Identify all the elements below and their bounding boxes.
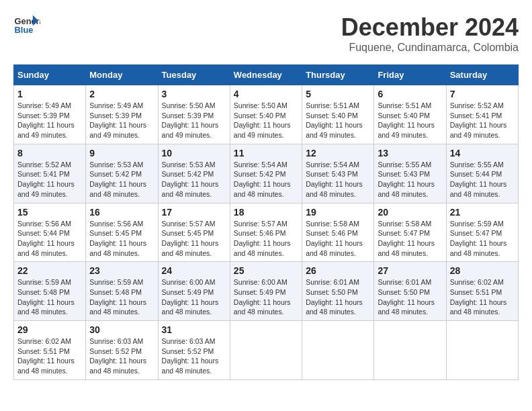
day-number: 20 — [378, 207, 442, 218]
logo: General Blue — [13, 13, 43, 38]
day-number: 22 — [17, 265, 82, 276]
day-number: 29 — [17, 324, 82, 335]
col-friday: Friday — [374, 65, 446, 85]
table-cell — [230, 321, 302, 380]
day-info: Sunrise: 5:58 AM Sunset: 5:46 PM Dayligh… — [306, 219, 370, 259]
calendar-table: Sunday Monday Tuesday Wednesday Thursday… — [13, 64, 519, 380]
col-monday: Monday — [86, 65, 158, 85]
day-info: Sunrise: 5:59 AM Sunset: 5:48 PM Dayligh… — [89, 277, 154, 317]
table-cell — [374, 321, 446, 380]
title-section: December 2024 Fuquene, Cundinamarca, Col… — [341, 13, 519, 54]
day-number: 26 — [306, 265, 370, 276]
day-info: Sunrise: 6:00 AM Sunset: 5:49 PM Dayligh… — [234, 277, 298, 317]
day-info: Sunrise: 5:53 AM Sunset: 5:42 PM Dayligh… — [162, 160, 226, 199]
day-info: Sunrise: 5:55 AM Sunset: 5:43 PM Dayligh… — [378, 160, 442, 199]
table-cell: 16Sunrise: 5:56 AM Sunset: 5:45 PM Dayli… — [86, 203, 158, 262]
day-number: 30 — [89, 324, 154, 335]
day-info: Sunrise: 6:03 AM Sunset: 5:52 PM Dayligh… — [162, 336, 226, 376]
table-cell: 11Sunrise: 5:54 AM Sunset: 5:42 PM Dayli… — [230, 144, 302, 203]
day-number: 6 — [378, 89, 442, 99]
day-number: 23 — [89, 265, 154, 276]
day-number: 31 — [162, 324, 226, 335]
day-info: Sunrise: 5:54 AM Sunset: 5:42 PM Dayligh… — [234, 160, 298, 199]
table-cell: 20Sunrise: 5:58 AM Sunset: 5:47 PM Dayli… — [374, 203, 446, 262]
table-cell: 22Sunrise: 5:59 AM Sunset: 5:48 PM Dayli… — [14, 262, 86, 321]
day-number: 19 — [306, 207, 370, 218]
svg-text:Blue: Blue — [15, 25, 34, 35]
table-cell: 7Sunrise: 5:52 AM Sunset: 5:41 PM Daylig… — [446, 85, 518, 144]
table-cell: 8Sunrise: 5:52 AM Sunset: 5:41 PM Daylig… — [14, 144, 86, 203]
logo-icon: General Blue — [13, 13, 40, 38]
table-cell: 15Sunrise: 5:56 AM Sunset: 5:44 PM Dayli… — [14, 203, 86, 262]
table-cell: 18Sunrise: 5:57 AM Sunset: 5:46 PM Dayli… — [230, 203, 302, 262]
col-thursday: Thursday — [302, 65, 374, 85]
table-cell: 28Sunrise: 6:02 AM Sunset: 5:51 PM Dayli… — [446, 262, 518, 321]
day-number: 7 — [450, 89, 515, 99]
day-number: 3 — [162, 89, 226, 99]
day-info: Sunrise: 5:55 AM Sunset: 5:44 PM Dayligh… — [450, 160, 515, 199]
day-number: 10 — [162, 148, 226, 158]
day-number: 9 — [89, 148, 154, 158]
table-cell: 25Sunrise: 6:00 AM Sunset: 5:49 PM Dayli… — [230, 262, 302, 321]
day-info: Sunrise: 5:58 AM Sunset: 5:47 PM Dayligh… — [378, 219, 442, 259]
table-cell: 5Sunrise: 5:51 AM Sunset: 5:40 PM Daylig… — [302, 85, 374, 144]
day-number: 8 — [17, 148, 82, 158]
table-row: 22Sunrise: 5:59 AM Sunset: 5:48 PM Dayli… — [14, 262, 519, 321]
day-info: Sunrise: 5:52 AM Sunset: 5:41 PM Dayligh… — [17, 160, 82, 199]
day-info: Sunrise: 6:01 AM Sunset: 5:50 PM Dayligh… — [306, 277, 370, 317]
day-number: 4 — [234, 89, 298, 99]
table-cell: 10Sunrise: 5:53 AM Sunset: 5:42 PM Dayli… — [158, 144, 230, 203]
table-cell: 13Sunrise: 5:55 AM Sunset: 5:43 PM Dayli… — [374, 144, 446, 203]
table-cell: 23Sunrise: 5:59 AM Sunset: 5:48 PM Dayli… — [86, 262, 158, 321]
day-number: 15 — [17, 207, 82, 218]
header-row: Sunday Monday Tuesday Wednesday Thursday… — [14, 65, 519, 85]
day-info: Sunrise: 5:49 AM Sunset: 5:39 PM Dayligh… — [89, 101, 154, 140]
day-info: Sunrise: 5:59 AM Sunset: 5:48 PM Dayligh… — [17, 277, 82, 317]
day-info: Sunrise: 5:56 AM Sunset: 5:44 PM Dayligh… — [17, 219, 82, 259]
table-cell: 9Sunrise: 5:53 AM Sunset: 5:42 PM Daylig… — [86, 144, 158, 203]
day-number: 21 — [450, 207, 515, 218]
day-info: Sunrise: 6:02 AM Sunset: 5:51 PM Dayligh… — [450, 277, 515, 317]
day-number: 17 — [162, 207, 226, 218]
table-cell: 31Sunrise: 6:03 AM Sunset: 5:52 PM Dayli… — [158, 321, 230, 380]
day-info: Sunrise: 5:57 AM Sunset: 5:45 PM Dayligh… — [162, 219, 226, 259]
day-number: 14 — [450, 148, 515, 158]
table-cell — [302, 321, 374, 380]
table-cell: 14Sunrise: 5:55 AM Sunset: 5:44 PM Dayli… — [446, 144, 518, 203]
day-info: Sunrise: 5:50 AM Sunset: 5:39 PM Dayligh… — [162, 101, 226, 140]
table-cell: 19Sunrise: 5:58 AM Sunset: 5:46 PM Dayli… — [302, 203, 374, 262]
table-cell: 24Sunrise: 6:00 AM Sunset: 5:49 PM Dayli… — [158, 262, 230, 321]
col-tuesday: Tuesday — [158, 65, 230, 85]
table-cell: 1Sunrise: 5:49 AM Sunset: 5:39 PM Daylig… — [14, 85, 86, 144]
day-number: 13 — [378, 148, 442, 158]
day-number: 1 — [17, 89, 82, 99]
day-info: Sunrise: 5:56 AM Sunset: 5:45 PM Dayligh… — [89, 219, 154, 259]
table-cell: 30Sunrise: 6:03 AM Sunset: 5:52 PM Dayli… — [86, 321, 158, 380]
table-cell — [446, 321, 518, 380]
table-row: 8Sunrise: 5:52 AM Sunset: 5:41 PM Daylig… — [14, 144, 519, 203]
day-number: 28 — [450, 265, 515, 276]
day-info: Sunrise: 5:51 AM Sunset: 5:40 PM Dayligh… — [378, 101, 442, 140]
day-info: Sunrise: 6:00 AM Sunset: 5:49 PM Dayligh… — [162, 277, 226, 317]
day-info: Sunrise: 5:53 AM Sunset: 5:42 PM Dayligh… — [89, 160, 154, 199]
day-number: 2 — [89, 89, 154, 99]
table-cell: 2Sunrise: 5:49 AM Sunset: 5:39 PM Daylig… — [86, 85, 158, 144]
table-cell: 3Sunrise: 5:50 AM Sunset: 5:39 PM Daylig… — [158, 85, 230, 144]
table-row: 29Sunrise: 6:02 AM Sunset: 5:51 PM Dayli… — [14, 321, 519, 380]
day-number: 24 — [162, 265, 226, 276]
day-info: Sunrise: 5:50 AM Sunset: 5:40 PM Dayligh… — [234, 101, 298, 140]
table-cell: 12Sunrise: 5:54 AM Sunset: 5:43 PM Dayli… — [302, 144, 374, 203]
table-row: 1Sunrise: 5:49 AM Sunset: 5:39 PM Daylig… — [14, 85, 519, 144]
day-number: 11 — [234, 148, 298, 158]
table-cell: 21Sunrise: 5:59 AM Sunset: 5:47 PM Dayli… — [446, 203, 518, 262]
day-number: 25 — [234, 265, 298, 276]
col-wednesday: Wednesday — [230, 65, 302, 85]
table-cell: 17Sunrise: 5:57 AM Sunset: 5:45 PM Dayli… — [158, 203, 230, 262]
month-title: December 2024 — [341, 13, 519, 42]
header: General Blue December 2024 Fuquene, Cund… — [13, 13, 519, 54]
day-info: Sunrise: 5:52 AM Sunset: 5:41 PM Dayligh… — [450, 101, 515, 140]
day-number: 12 — [306, 148, 370, 158]
day-number: 16 — [89, 207, 154, 218]
day-info: Sunrise: 6:01 AM Sunset: 5:50 PM Dayligh… — [378, 277, 442, 317]
day-number: 27 — [378, 265, 442, 276]
